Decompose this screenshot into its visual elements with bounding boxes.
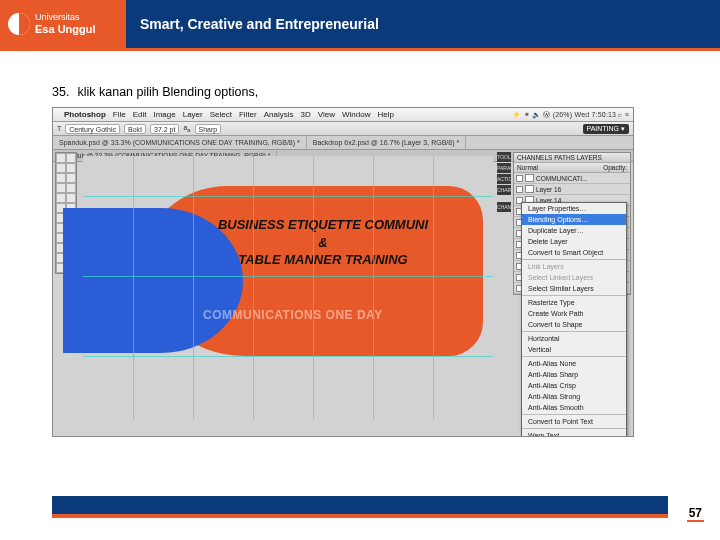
logo-icon [8, 13, 30, 35]
ctx-item[interactable]: Anti-Alias None [522, 358, 626, 369]
ctx-item[interactable]: Blending Options… [522, 214, 626, 225]
instruction-text: 35. klik kanan pilih Blending options, [52, 85, 668, 99]
ctx-item[interactable]: Layer Properties… [522, 203, 626, 214]
menu-analysis[interactable]: Analysis [264, 110, 294, 119]
ctx-item[interactable]: Anti-Alias Crisp [522, 380, 626, 391]
banner-sub: COMMUNICATIONS ONE DAY [203, 308, 383, 322]
layer-thumb [525, 174, 534, 182]
layer-thumb [525, 185, 534, 193]
tool-icon[interactable] [66, 163, 76, 173]
canvas[interactable]: BUSINESS ETIQUETTE COMMUNI & TABLE MANNE… [83, 156, 493, 420]
tool-icon[interactable] [66, 173, 76, 183]
ctx-item[interactable]: Vertical [522, 344, 626, 355]
tab-1[interactable]: Spanduk.psd @ 33.3% (COMMUNICATIONS ONE … [53, 136, 307, 149]
guide-h [83, 356, 493, 357]
ctx-item[interactable]: Duplicate Layer… [522, 225, 626, 236]
ctx-item[interactable]: Rasterize Type [522, 297, 626, 308]
footer-line [52, 514, 668, 518]
document-tabs[interactable]: Spanduk.psd @ 33.3% (COMMUNICATIONS ONE … [53, 136, 633, 150]
layers-tabs[interactable]: CHANNELS PATHS LAYERS [514, 153, 630, 163]
ctx-item[interactable]: Warp Text… [522, 430, 626, 437]
tool-icon[interactable] [56, 163, 66, 173]
banner-line2: TABLE MANNER TRAINING [238, 252, 407, 267]
layer-row[interactable]: COMMUNICATI... [514, 173, 630, 184]
panel-btn[interactable]: PARAGRAPH [497, 163, 511, 173]
anti-alias[interactable]: Sharp [195, 124, 222, 134]
panel-btn[interactable]: ACTIONS [497, 174, 511, 184]
photoshop-screenshot: Photoshop File Edit Image Layer Select F… [52, 107, 634, 437]
logo-block: Universitas Esa Unggul [0, 0, 126, 48]
ctx-item[interactable]: Anti-Alias Sharp [522, 369, 626, 380]
context-menu[interactable]: Layer Properties…Blending Options…Duplic… [521, 202, 627, 437]
font-family[interactable]: Century Gothic [65, 124, 120, 134]
ctx-item[interactable]: Create Work Path [522, 308, 626, 319]
panel-btn[interactable]: CHANNELS [497, 202, 511, 212]
collapsed-panels[interactable]: TOOL PRESETS PARAGRAPH ACTIONS CHARACTER… [497, 152, 511, 212]
tagline: Smart, Creative and Entrepreneurial [126, 0, 720, 48]
guide-h [83, 196, 493, 197]
banner-line1: BUSINESS ETIQUETTE COMMUNI [218, 217, 428, 232]
tool-icon[interactable] [56, 173, 66, 183]
menu-layer[interactable]: Layer [183, 110, 203, 119]
logo-big: Esa Unggul [35, 23, 96, 35]
ctx-item[interactable]: Anti-Alias Smooth [522, 402, 626, 413]
options-bar[interactable]: T Century Gothic Bold 37.2 pt aa Sharp P… [53, 122, 633, 136]
tab-2[interactable]: Backdrop 6x2.psd @ 16.7% (Layer 3, RGB/8… [307, 136, 466, 149]
banner-amp: & [173, 234, 473, 252]
opacity-label[interactable]: Opacity: [603, 164, 627, 171]
logo-small: Universitas [35, 12, 80, 22]
panel-btn[interactable]: TOOL PRESETS [497, 152, 511, 162]
page-header: Universitas Esa Unggul Smart, Creative a… [0, 0, 720, 48]
page-number: 57 [687, 506, 704, 522]
layer-name: Layer 16 [536, 186, 561, 193]
ctx-item[interactable]: Horizontal [522, 333, 626, 344]
banner-text: BUSINESS ETIQUETTE COMMUNI & TABLE MANNE… [173, 216, 473, 269]
ctx-item[interactable]: Convert to Point Text [522, 416, 626, 427]
visibility-icon[interactable] [516, 186, 523, 193]
menu-help[interactable]: Help [377, 110, 393, 119]
tool-icon[interactable] [66, 183, 76, 193]
layer-name: COMMUNICATI... [536, 175, 588, 182]
content: 35. klik kanan pilih Blending options, P… [0, 51, 720, 437]
menu-view[interactable]: View [318, 110, 335, 119]
page-footer: 57 [52, 496, 668, 522]
workspace-switcher[interactable]: PAINTING ▾ [583, 124, 629, 134]
statusbar: ⚡ ✶ 🔈 ⓦ (26%) Wed 7:50:13 ⌕ ≡ [512, 110, 629, 120]
visibility-icon[interactable] [516, 175, 523, 182]
guide-h [83, 276, 493, 277]
footer-bar [52, 496, 668, 514]
menu-file[interactable]: File [113, 110, 126, 119]
ctx-item: Link Layers [522, 261, 626, 272]
menu-image[interactable]: Image [153, 110, 175, 119]
layer-row[interactable]: Layer 16 [514, 184, 630, 195]
logo-text: Universitas Esa Unggul [35, 13, 96, 35]
ctx-item[interactable]: Convert to Shape [522, 319, 626, 330]
font-size[interactable]: 37.2 pt [150, 124, 179, 134]
tool-icon[interactable] [56, 183, 66, 193]
app-name[interactable]: Photoshop [64, 110, 106, 119]
instruction-number: 35. [52, 85, 74, 99]
menu-filter[interactable]: Filter [239, 110, 257, 119]
tool-icon[interactable] [56, 153, 66, 163]
instruction-body: klik kanan pilih Blending options, [77, 85, 258, 99]
menu-edit[interactable]: Edit [133, 110, 147, 119]
ctx-item[interactable]: Convert to Smart Object [522, 247, 626, 258]
tool-icon[interactable] [56, 193, 66, 203]
font-style[interactable]: Bold [124, 124, 146, 134]
ctx-item[interactable]: Anti-Alias Strong [522, 391, 626, 402]
menu-window[interactable]: Window [342, 110, 370, 119]
menu-3d[interactable]: 3D [301, 110, 311, 119]
ctx-item[interactable]: Select Similar Layers [522, 283, 626, 294]
ctx-item[interactable]: Delete Layer [522, 236, 626, 247]
ctx-item: Select Linked Layers [522, 272, 626, 283]
tool-icon[interactable] [66, 193, 76, 203]
blend-mode[interactable]: Normal [517, 164, 538, 171]
mac-menubar[interactable]: Photoshop File Edit Image Layer Select F… [53, 108, 633, 122]
menu-select[interactable]: Select [210, 110, 232, 119]
tool-icon[interactable] [66, 153, 76, 163]
panel-btn[interactable]: CHARACTER [497, 185, 511, 195]
